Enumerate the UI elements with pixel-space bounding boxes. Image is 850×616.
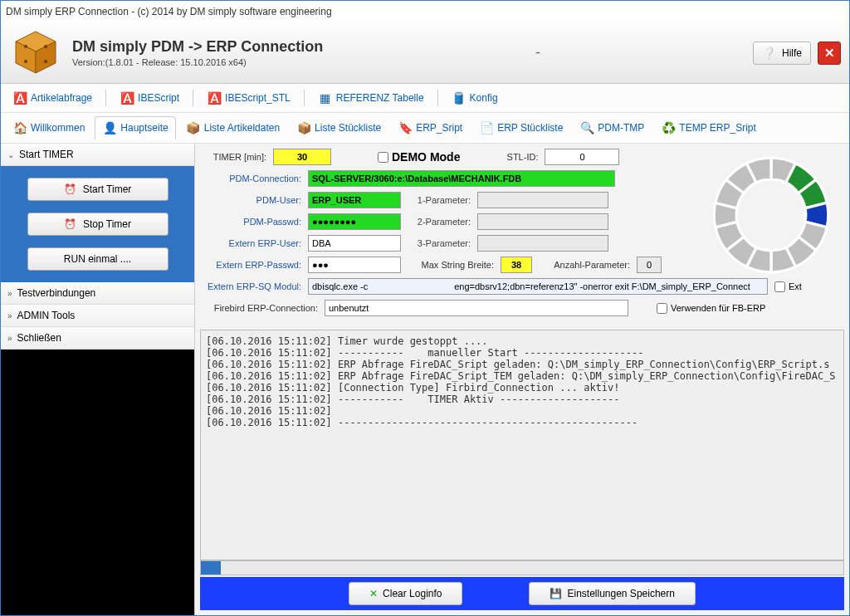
anz-label: Anzahl-Parameter: — [539, 260, 630, 270]
chevron-down-icon: ⌄ — [7, 150, 14, 159]
save-settings-button[interactable]: 💾Einstellungen Speichern — [529, 582, 695, 605]
use-fb-checkbox[interactable]: Verwenden für FB-ERP — [657, 303, 765, 314]
doc-icon: 📄 — [479, 120, 494, 135]
p2-label: 2-Parameter: — [408, 217, 471, 227]
header-dash: - — [323, 44, 753, 61]
maxstr-label: Max String Breite: — [408, 260, 494, 270]
erp-user-label: Extern ERP-User: — [202, 238, 301, 248]
svg-point-4 — [44, 45, 47, 48]
erp-pw-input[interactable] — [308, 257, 401, 273]
tab-willkommen[interactable]: 🏠Willkommen — [6, 117, 91, 139]
fb-conn-input[interactable] — [325, 300, 628, 316]
section-start-timer[interactable]: ⌄Start TIMER — [1, 144, 194, 166]
section-testverbindungen[interactable]: »Testverbindungen — [1, 282, 194, 305]
demo-mode-checkbox[interactable]: DEMO Mode — [378, 150, 460, 164]
tab-temp-erp[interactable]: ♻️TEMP ERP_Sript — [654, 117, 762, 139]
stl-id-input[interactable] — [545, 149, 619, 165]
pdm-conn-label: PDM-Connection: — [202, 174, 301, 183]
tb-referenz[interactable]: ▦REFERENZ Tabelle — [311, 87, 431, 109]
scrollbar-thumb[interactable] — [201, 561, 221, 574]
sq-input[interactable] — [308, 278, 768, 295]
p3-input[interactable] — [477, 235, 608, 252]
close-icon: ✕ — [824, 46, 835, 61]
tab-erp-stueck[interactable]: 📄ERP Stückliste — [472, 117, 569, 139]
tab-hauptseite[interactable]: 👤Hauptseite — [95, 116, 175, 139]
tb-konfig[interactable]: 🛢️Konfig — [445, 87, 505, 109]
help-button[interactable]: ❔ Hilfe — [753, 42, 811, 65]
home-icon: 🏠 — [12, 120, 27, 135]
svg-point-5 — [24, 60, 27, 63]
pdm-pw-input[interactable] — [308, 213, 401, 230]
sq-label: Extern ERP-SQ Modul: — [202, 281, 301, 291]
cube-icon — [11, 28, 61, 78]
start-timer-button[interactable]: ⏰Start Timer — [27, 178, 169, 201]
tab-liste-artikel[interactable]: 📦Liste Artikeldaten — [179, 117, 286, 139]
recycle-icon: ♻️ — [661, 120, 676, 135]
help-label: Hilfe — [782, 47, 802, 59]
form-area: TIMER [min]: DEMO Mode STL-ID: PDM-Conne… — [195, 144, 849, 326]
clear-log-button[interactable]: ✕Clear Loginfo — [349, 582, 462, 605]
p1-input[interactable] — [477, 192, 608, 208]
tb-artikelabfrage[interactable]: 🅰️Artikelabfrage — [6, 87, 99, 109]
page-title: DM simply PDM -> ERP Connection — [72, 38, 323, 56]
section-schliessen[interactable]: »Schließen — [1, 327, 194, 350]
log-hscrollbar[interactable] — [200, 560, 844, 575]
header: DM simply PDM -> ERP Connection Version:… — [1, 22, 849, 84]
timer-label: TIMER [min]: — [202, 152, 266, 162]
script-icon: 🅰️ — [120, 90, 134, 105]
tb-ibescript-stl[interactable]: 🅰️IBEScript_STL — [200, 87, 297, 109]
sidebar: ⌄Start TIMER ⏰Start Timer ⏰Stop Timer RU… — [1, 144, 195, 615]
main-panel: TIMER [min]: DEMO Mode STL-ID: PDM-Conne… — [195, 144, 849, 615]
section-start-timer-body: ⏰Start Timer ⏰Stop Timer RUN einmal .... — [1, 166, 194, 282]
stl-id-label: STL-ID: — [498, 152, 538, 162]
pdm-user-input[interactable] — [308, 192, 401, 208]
p1-label: 1-Parameter: — [408, 195, 471, 205]
stop-timer-button[interactable]: ⏰Stop Timer — [27, 213, 169, 236]
chevron-right-icon: » — [7, 289, 12, 298]
footer-bar: ✕Clear Loginfo 💾Einstellungen Speichern — [200, 577, 844, 610]
log-output[interactable]: [06.10.2016 15:11:02] Timer wurde gestop… — [200, 330, 844, 560]
erp-user-input[interactable] — [308, 235, 401, 252]
article-icon: 🅰️ — [12, 90, 27, 105]
clock-icon: ⏰ — [64, 183, 76, 195]
p2-input[interactable] — [477, 213, 608, 230]
list-icon: 📦 — [186, 120, 201, 135]
tab-erp-script[interactable]: 🔖ERP_Sript — [391, 117, 469, 139]
maxstr-input[interactable] — [501, 257, 532, 273]
svg-point-3 — [24, 45, 27, 48]
close-button[interactable]: ✕ — [818, 42, 841, 65]
tab-bar: 🏠Willkommen 👤Hauptseite 📦Liste Artikelda… — [1, 113, 849, 144]
table-icon: ▦ — [318, 90, 333, 105]
config-icon: 🛢️ — [452, 90, 467, 105]
window-title: DM simply ERP Connection - (c) 2014 by D… — [6, 6, 332, 17]
p3-label: 3-Parameter: — [408, 238, 471, 248]
svg-point-6 — [44, 60, 47, 63]
section-admin-tools[interactable]: »ADMIN Tools — [1, 305, 194, 327]
script-icon: 🅰️ — [207, 90, 222, 105]
anz-input[interactable] — [637, 257, 662, 273]
toolbar-primary: 🅰️Artikelabfrage 🅰️IBEScript 🅰️IBEScript… — [1, 84, 849, 113]
pdm-user-label: PDM-User: — [202, 195, 301, 205]
chevron-right-icon: » — [7, 311, 12, 320]
help-icon: ❔ — [762, 46, 777, 61]
run-once-button[interactable]: RUN einmal .... — [27, 247, 169, 271]
erp-pw-label: Extern ERP-Passwd: — [202, 260, 301, 270]
pdm-pw-label: PDM-Passwd: — [202, 217, 301, 227]
app-logo — [9, 27, 62, 80]
clock-icon: ⏰ — [64, 218, 76, 230]
clear-icon: ✕ — [369, 588, 378, 599]
bookmark-icon: 🔖 — [398, 120, 413, 135]
window-titlebar: DM simply ERP Connection - (c) 2014 by D… — [1, 1, 849, 22]
list-icon: 📦 — [296, 120, 311, 135]
fb-conn-label: Firebird ERP-Connection: — [202, 303, 318, 313]
search-icon: 🔍 — [579, 120, 594, 135]
version-label: Version:(1.8.01 - Release: 15.10.2016 x6… — [72, 57, 323, 67]
tab-pdm-tmp[interactable]: 🔍PDM-TMP — [573, 117, 651, 139]
chevron-right-icon: » — [7, 334, 12, 343]
progress-donut-icon — [703, 147, 839, 283]
timer-input[interactable] — [273, 149, 331, 165]
tb-ibescript[interactable]: 🅰️IBEScript — [113, 87, 186, 109]
tab-liste-stueck[interactable]: 📦Liste Stückliste — [290, 117, 388, 139]
save-icon: 💾 — [550, 588, 562, 599]
pdm-conn-input[interactable] — [308, 170, 615, 187]
